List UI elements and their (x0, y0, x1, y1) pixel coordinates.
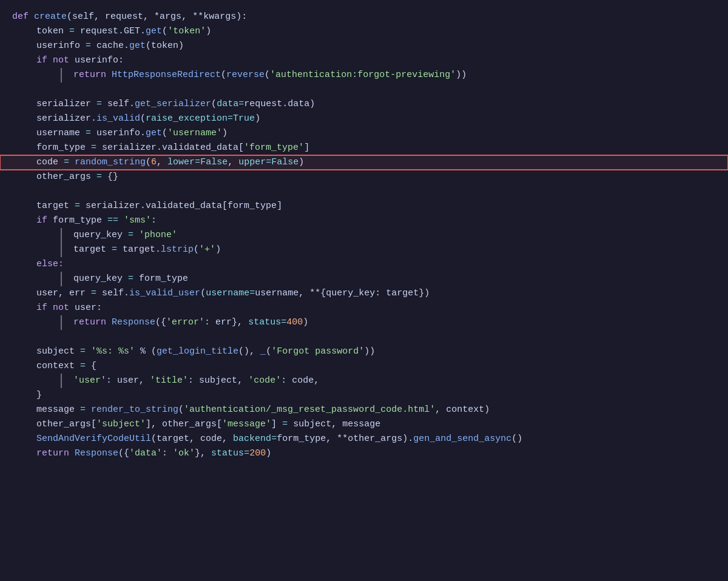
code-line-10: form_type = serializer.validated_data['f… (0, 141, 728, 155)
keyword-def: def (12, 10, 34, 24)
code-line-blank-1 (0, 82, 728, 97)
code-line-4: if not userinfo: (0, 53, 728, 68)
code-line-27: } (0, 388, 728, 403)
code-line-17: target = target.lstrip('+') (0, 243, 728, 257)
code-line-24: subject = '%s: %s' % (get_login_title(),… (0, 344, 728, 359)
code-line-3: userinfo = cache.get(token) (0, 39, 728, 53)
code-line-1: def create(self, request, *args, **kwarg… (0, 10, 728, 24)
code-line-31: return Response({'data': 'ok'}, status=2… (0, 446, 728, 461)
code-line-20: user, err = self.is_valid_user(username=… (0, 286, 728, 301)
code-line-15: if form_type == 'sms': (0, 213, 728, 228)
code-line-2: token = request.GET.get('token') (0, 24, 728, 39)
code-line-blank-2 (0, 184, 728, 199)
code-line-25: context = { (0, 359, 728, 374)
code-line-9: username = userinfo.get('username') (0, 126, 728, 141)
func-create: create (34, 10, 67, 24)
code-line-19: query_key = form_type (0, 272, 728, 286)
code-line-30: SendAndVerifyCodeUtil(target, code, back… (0, 432, 728, 446)
code-line-11-highlighted: code = random_string(6, lower=False, upp… (0, 155, 728, 170)
code-line-14: target = serializer.validated_data[form_… (0, 199, 728, 213)
code-line-26: 'user': user, 'title': subject, 'code': … (0, 374, 728, 388)
code-editor: def create(self, request, *args, **kwarg… (0, 0, 728, 581)
code-line-8: serializer.is_valid(raise_exception=True… (0, 112, 728, 126)
code-line-21: if not user: (0, 301, 728, 315)
code-line-blank-3 (0, 330, 728, 344)
code-line-29: other_args['subject'], other_args['messa… (0, 417, 728, 432)
code-line-5: return HttpResponseRedirect(reverse('aut… (0, 68, 728, 82)
code-line-16: query_key = 'phone' (0, 228, 728, 243)
code-line-12: other_args = {} (0, 170, 728, 184)
code-line-28: message = render_to_string('authenticati… (0, 403, 728, 417)
code-line-22: return Response({'error': err}, status=4… (0, 315, 728, 330)
code-line-7: serializer = self.get_serializer(data=re… (0, 97, 728, 112)
code-line-18: else: (0, 257, 728, 272)
